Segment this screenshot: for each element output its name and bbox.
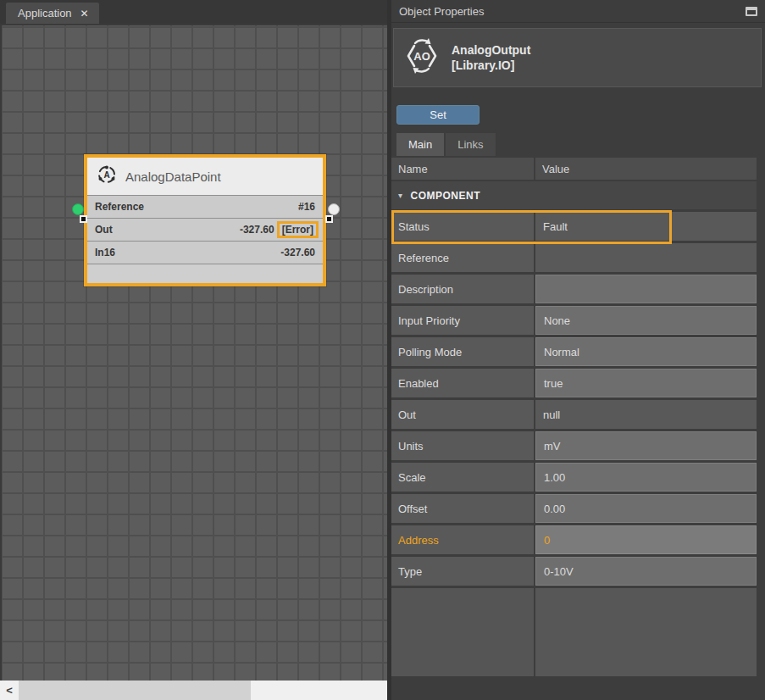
object-library: [Library.IO] [452, 58, 530, 73]
slot-value: -327.60 [240, 224, 274, 236]
property-name: Description [391, 275, 534, 303]
property-tabs: Main Links [396, 133, 496, 156]
property-name: Address [391, 525, 534, 554]
svg-text:A: A [103, 170, 109, 180]
property-name: Input Priority [391, 306, 534, 335]
property-name: Type [391, 557, 534, 586]
node-slot-out[interactable]: Out -327.60 [Error] [87, 218, 323, 241]
column-header-value: Value [535, 158, 757, 180]
property-name: Offset [391, 494, 534, 523]
analog-data-point-node[interactable]: A AnalogDataPoint Reference #16 Out -327… [84, 154, 326, 286]
dock-window-icon[interactable] [746, 7, 757, 16]
collapse-caret-icon: ▾ [398, 191, 403, 200]
object-properties-panel: Object Properties AO AnalogOutput [Libra… [391, 0, 765, 700]
node-header[interactable]: A AnalogDataPoint [87, 158, 323, 195]
property-row-units[interactable]: Units mV [391, 431, 757, 460]
slot-value: -327.60 [280, 247, 315, 258]
section-label: COMPONENT [411, 190, 481, 202]
property-row-reference[interactable]: Reference [391, 243, 757, 272]
output-port[interactable] [328, 203, 340, 215]
property-name: Status [391, 212, 534, 241]
node-slot-in16[interactable]: In16 -327.60 [87, 241, 323, 264]
property-row-type[interactable]: Type 0-10V [391, 557, 757, 586]
property-row-description[interactable]: Description [391, 275, 757, 303]
node-slot-reference[interactable]: Reference #16 [87, 195, 323, 218]
property-row-enabled[interactable]: Enabled true [391, 369, 757, 397]
property-row-out[interactable]: Out null [391, 400, 757, 429]
property-row-status[interactable]: Status Fault [391, 212, 757, 241]
property-rows: Status Fault Reference Description Input… [391, 212, 757, 588]
selection-handle-right[interactable] [325, 215, 333, 223]
property-name: Out [391, 400, 534, 429]
application-window: Application ✕ A AnalogData [0, 0, 765, 700]
panel-title: Object Properties [399, 5, 484, 18]
property-value[interactable]: true [535, 369, 757, 397]
close-icon[interactable]: ✕ [80, 8, 89, 19]
section-component[interactable]: ▾ COMPONENT [391, 181, 757, 209]
table-empty-area [391, 588, 757, 676]
property-row-polling-mode[interactable]: Polling Mode Normal [391, 337, 757, 366]
property-name: Enabled [391, 369, 534, 397]
tab-links[interactable]: Links [446, 133, 495, 156]
property-row-input-priority[interactable]: Input Priority None [391, 306, 757, 335]
slot-value: #16 [298, 201, 315, 213]
property-name: Scale [391, 463, 534, 492]
tab-application[interactable]: Application ✕ [6, 3, 99, 24]
node-footer [87, 264, 323, 283]
property-value[interactable]: None [535, 306, 757, 335]
property-value[interactable]: 0.00 [535, 494, 757, 523]
slot-label: Reference [95, 201, 144, 213]
scroll-left-arrow-icon[interactable]: < [0, 684, 19, 697]
property-value[interactable]: 0-10V [535, 557, 757, 586]
tab-main[interactable]: Main [396, 133, 444, 156]
property-value[interactable]: Normal [535, 337, 757, 366]
editor-tab-bar: Application ✕ [0, 0, 387, 24]
property-row-address[interactable]: Address 0 [391, 525, 757, 554]
analog-point-icon: A [96, 164, 118, 189]
property-value[interactable]: 0 [535, 525, 757, 554]
property-table: Name Value ▾ COMPONENT Status Fault Refe… [391, 158, 757, 688]
slot-label: In16 [95, 247, 115, 258]
diagram-editor: Application ✕ A AnalogData [0, 0, 387, 700]
property-name: Reference [391, 243, 534, 272]
property-name: Units [391, 431, 534, 460]
slot-label: Out [95, 224, 113, 236]
property-row-scale[interactable]: Scale 1.00 [391, 463, 757, 492]
tab-application-label: Application [18, 7, 72, 19]
property-value[interactable]: 1.00 [535, 463, 757, 492]
node-title: AnalogDataPoint [125, 169, 221, 184]
horizontal-scrollbar[interactable]: < [0, 681, 387, 700]
error-badge: [Error] [277, 221, 319, 238]
analog-output-icon: AO [404, 36, 440, 79]
column-header-name: Name [391, 158, 534, 180]
table-header-row: Name Value [391, 158, 757, 180]
selection-handle-left[interactable] [80, 215, 87, 223]
input-port[interactable] [72, 203, 84, 215]
svg-text:AO: AO [413, 50, 430, 63]
property-value[interactable]: mV [535, 431, 757, 460]
panel-title-bar: Object Properties [391, 0, 765, 23]
object-name: AnalogOutput [452, 42, 530, 58]
property-value[interactable] [535, 243, 757, 272]
object-header-card: AO AnalogOutput [Library.IO] [393, 28, 762, 87]
property-row-offset[interactable]: Offset 0.00 [391, 494, 757, 523]
property-name: Polling Mode [391, 337, 534, 366]
property-value[interactable] [535, 275, 757, 303]
scrollbar-thumb[interactable] [19, 681, 251, 700]
property-value[interactable]: Fault [535, 212, 757, 241]
wiresheet-canvas[interactable]: A AnalogDataPoint Reference #16 Out -327… [0, 24, 387, 681]
property-value[interactable]: null [535, 400, 757, 429]
set-button[interactable]: Set [396, 105, 480, 125]
